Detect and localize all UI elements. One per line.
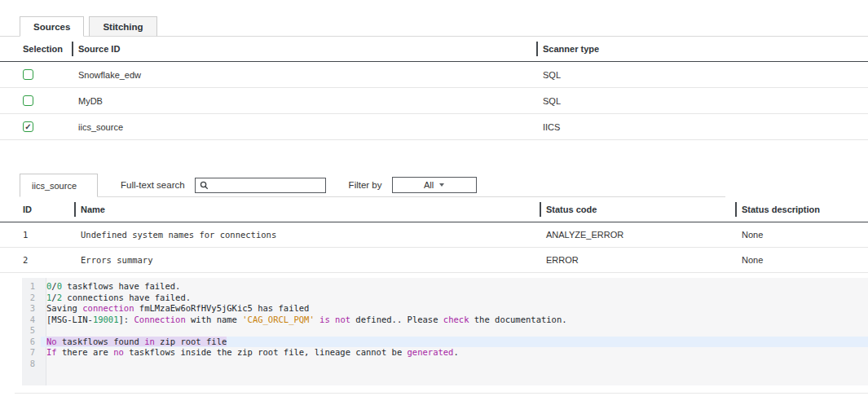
row-checkbox[interactable]	[23, 69, 33, 80]
selection-cell: ✓	[0, 114, 72, 140]
search-input[interactable]	[213, 179, 321, 191]
log-line: 8	[22, 359, 868, 370]
selection-cell	[0, 88, 72, 114]
table-row[interactable]: 1Undefined system names for connectionsA…	[0, 222, 868, 248]
line-number: 6	[22, 337, 41, 348]
log-line: 4[MSG-LIN-19001]: Connection with name '…	[22, 315, 868, 326]
log-line: 5	[22, 325, 868, 337]
detail-tab-bar: iics_source Full-text search Filter by A…	[20, 174, 725, 197]
filter-dropdown[interactable]: All	[392, 177, 477, 193]
table-row[interactable]: Snowflake_edwSQL	[0, 62, 868, 88]
scanner-type-cell: SQL	[536, 62, 868, 88]
line-number: 8	[22, 359, 41, 370]
tab-stitching[interactable]: Stitching	[89, 16, 156, 37]
line-content: [MSG-LIN-19001]: Connection with name 'C…	[41, 315, 868, 326]
sources-table: Selection Source ID Scanner type Snowfla…	[0, 37, 868, 140]
status-description-cell: None	[735, 222, 868, 248]
filter-by-label: Filter by	[349, 180, 382, 190]
name-cell: Errors summary	[74, 248, 540, 273]
search-icon	[200, 181, 209, 190]
header-divider	[72, 42, 73, 56]
id-cell: 2	[0, 248, 74, 273]
selection-cell	[0, 62, 72, 88]
header-id: ID	[0, 197, 74, 222]
row-checkbox[interactable]: ✓	[23, 121, 33, 132]
status-code-cell: ANALYZE_ERROR	[540, 222, 735, 248]
tab-iics-source[interactable]: iics_source	[20, 174, 98, 197]
log-line: 3Saving connection fmLMzaEw6oRfHVy5jGKic…	[22, 303, 868, 315]
status-description-cell: None	[735, 248, 868, 273]
results-table: ID Name Status code Status description 1…	[0, 197, 868, 273]
line-content: 0/0 taskflows have failed.	[41, 281, 868, 293]
check-icon: ✓	[24, 123, 31, 131]
error-log-block: 10/0 taskflows have failed.21/2 connecti…	[22, 278, 868, 385]
header-divider	[536, 42, 538, 56]
line-number: 2	[22, 293, 41, 304]
search-box[interactable]	[195, 178, 326, 193]
header-source-id: Source ID	[72, 37, 536, 62]
header-scanner-type: Scanner type	[536, 37, 868, 62]
source-id-cell: iics_source	[72, 114, 536, 140]
line-number: 7	[22, 347, 41, 359]
header-divider	[74, 202, 76, 217]
caret-down-icon	[439, 183, 444, 187]
header-selection: Selection	[0, 37, 72, 62]
name-cell: Undefined system names for connections	[74, 222, 540, 248]
table-row[interactable]: MyDBSQL	[0, 88, 868, 114]
sources-table-header-row: Selection Source ID Scanner type	[0, 37, 868, 62]
line-number: 1	[22, 281, 41, 293]
filter-dropdown-value: All	[424, 180, 434, 190]
header-divider	[540, 202, 541, 217]
table-row[interactable]: 2Errors summaryERRORNone	[0, 248, 868, 273]
line-content: Saving connection fmLMzaEw6oRfHVy5jGKic5…	[41, 303, 868, 315]
log-line: 7If there are no taskflows inside the zi…	[22, 347, 868, 359]
status-code-cell: ERROR	[540, 248, 735, 273]
header-name: Name	[74, 197, 540, 222]
source-id-cell: Snowflake_edw	[72, 62, 536, 88]
header-status-code: Status code	[540, 197, 735, 222]
line-content	[41, 359, 868, 370]
log-line: 6No taskflows found in zip root file	[22, 337, 868, 348]
log-line: 10/0 taskflows have failed.	[22, 281, 868, 293]
table-row[interactable]: ✓iics_sourceIICS	[0, 114, 868, 140]
line-content	[41, 325, 868, 337]
line-number: 4	[22, 315, 41, 326]
line-number: 5	[22, 325, 41, 337]
line-content: No taskflows found in zip root file	[41, 337, 868, 348]
line-content: If there are no taskflows inside the zip…	[41, 347, 868, 359]
tab-sources[interactable]: Sources	[20, 16, 84, 37]
scanner-type-cell: SQL	[536, 88, 868, 114]
row-checkbox[interactable]	[23, 95, 33, 106]
header-status-description: Status description	[735, 197, 868, 222]
bottom-divider	[15, 393, 868, 394]
log-line: 21/2 connections have failed.	[22, 293, 868, 304]
line-number: 3	[22, 303, 41, 315]
scanner-type-cell: IICS	[536, 114, 868, 140]
header-divider	[735, 202, 737, 217]
id-cell: 1	[0, 222, 74, 248]
main-tab-bar: Sources Stitching	[0, 16, 868, 37]
results-table-header-row: ID Name Status code Status description	[0, 197, 868, 222]
highlighted-text: No taskflows found in zip root file	[46, 337, 227, 346]
full-text-search-label: Full-text search	[121, 180, 185, 190]
line-content: 1/2 connections have failed.	[41, 293, 868, 304]
source-id-cell: MyDB	[72, 88, 536, 114]
